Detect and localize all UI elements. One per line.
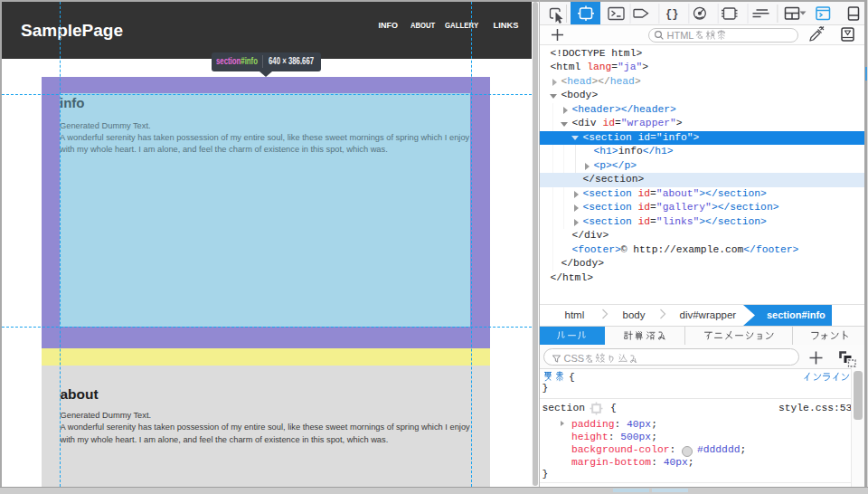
svg-text:{}: {} — [665, 8, 678, 21]
